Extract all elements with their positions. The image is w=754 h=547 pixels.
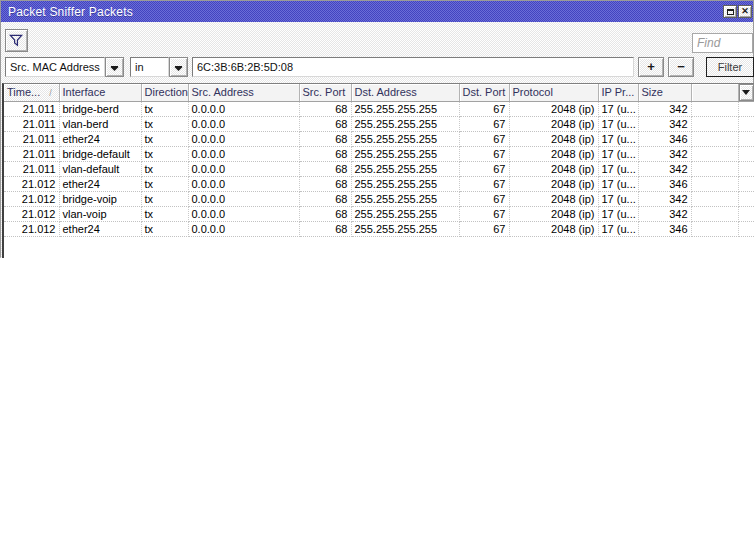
column-select-button[interactable] [739, 84, 754, 101]
table-row[interactable]: 21.011 ether24 tx 0.0.0.0 68 255.255.255… [4, 131, 754, 146]
cell-end [738, 191, 754, 206]
cell-end [738, 116, 754, 131]
cell-filler [691, 206, 738, 221]
apply-filter-button[interactable]: Filter [706, 57, 754, 77]
table-row[interactable]: 21.011 bridge-berd tx 0.0.0.0 68 255.255… [4, 101, 754, 116]
column-header-src-port[interactable]: Src. Port [299, 84, 351, 101]
filter-value-input[interactable] [192, 57, 634, 77]
cell-dst-address: 255.255.255.255 [351, 191, 459, 206]
dropdown-arrow-icon [111, 66, 118, 67]
cell-end [738, 161, 754, 176]
cell-time: 21.011 [4, 146, 59, 161]
cell-dst-port: 67 [459, 161, 509, 176]
window-titlebar[interactable]: Packet Sniffer Packets ✕ [1, 1, 753, 22]
cell-end [738, 131, 754, 146]
table-row[interactable]: 21.011 bridge-default tx 0.0.0.0 68 255.… [4, 146, 754, 161]
cell-ip-protocol: 17 (u... [598, 206, 638, 221]
cell-filler [691, 131, 738, 146]
cell-dst-port: 67 [459, 116, 509, 131]
cell-ip-protocol: 17 (u... [598, 191, 638, 206]
cell-src-address: 0.0.0.0 [188, 176, 299, 191]
cell-protocol: 2048 (ip) [509, 176, 598, 191]
cell-dst-port: 67 [459, 131, 509, 146]
cell-time: 21.011 [4, 161, 59, 176]
cell-direction: tx [141, 161, 188, 176]
cell-protocol: 2048 (ip) [509, 191, 598, 206]
column-header-direction[interactable]: Direction [141, 84, 188, 101]
cell-interface: vlan-default [59, 161, 141, 176]
cell-interface: bridge-berd [59, 101, 141, 116]
column-header-dst-address[interactable]: Dst. Address [351, 84, 459, 101]
cell-size: 342 [638, 161, 691, 176]
cell-interface: ether24 [59, 131, 141, 146]
cell-time: 21.012 [4, 221, 59, 236]
cell-time: 21.011 [4, 131, 59, 146]
filter-toggle-button[interactable] [5, 29, 28, 52]
column-header-src-address[interactable]: Src. Address [188, 84, 299, 101]
cell-direction: tx [141, 131, 188, 146]
add-filter-button[interactable]: + [638, 57, 664, 77]
cell-time: 21.012 [4, 206, 59, 221]
column-header-size[interactable]: Size [638, 84, 691, 101]
cell-protocol: 2048 (ip) [509, 161, 598, 176]
cell-direction: tx [141, 191, 188, 206]
find-input[interactable] [692, 33, 753, 53]
cell-dst-port: 67 [459, 101, 509, 116]
remove-filter-button[interactable]: − [668, 57, 694, 77]
table-row[interactable]: 21.012 ether24 tx 0.0.0.0 68 255.255.255… [4, 221, 754, 236]
cell-size: 346 [638, 221, 691, 236]
filter-field-dropdown-button[interactable] [105, 57, 124, 77]
cell-end [738, 221, 754, 236]
cell-end [738, 146, 754, 161]
cell-direction: tx [141, 206, 188, 221]
cell-end [738, 176, 754, 191]
cell-filler [691, 146, 738, 161]
table-body: 21.011 bridge-berd tx 0.0.0.0 68 255.255… [4, 101, 754, 236]
cell-ip-protocol: 17 (u... [598, 161, 638, 176]
filter-field-select[interactable]: Src. MAC Address [5, 57, 105, 77]
cell-dst-address: 255.255.255.255 [351, 176, 459, 191]
cell-size: 342 [638, 191, 691, 206]
filter-operator-select[interactable]: in [130, 57, 169, 77]
restore-button[interactable] [723, 5, 737, 18]
cell-dst-port: 67 [459, 221, 509, 236]
cell-dst-port: 67 [459, 176, 509, 191]
column-header-dst-port[interactable]: Dst. Port [459, 84, 509, 101]
cell-ip-protocol: 17 (u... [598, 176, 638, 191]
cell-dst-port: 67 [459, 191, 509, 206]
cell-dst-address: 255.255.255.255 [351, 206, 459, 221]
column-header-ip-protocol[interactable]: IP Pr... [598, 84, 638, 101]
cell-filler [691, 176, 738, 191]
cell-src-port: 68 [299, 146, 351, 161]
cell-direction: tx [141, 116, 188, 131]
cell-src-port: 68 [299, 161, 351, 176]
cell-ip-protocol: 17 (u... [598, 101, 638, 116]
column-header-interface[interactable]: Interface [59, 84, 141, 101]
cell-interface: bridge-voip [59, 191, 141, 206]
cell-interface: vlan-berd [59, 116, 141, 131]
column-header-time[interactable]: Time.../ [4, 84, 59, 101]
table-row[interactable]: 21.012 bridge-voip tx 0.0.0.0 68 255.255… [4, 191, 754, 206]
column-header-protocol[interactable]: Protocol [509, 84, 598, 101]
restore-icon [727, 9, 734, 15]
cell-dst-address: 255.255.255.255 [351, 101, 459, 116]
close-icon: ✕ [741, 7, 749, 16]
table-row[interactable]: 21.012 vlan-voip tx 0.0.0.0 68 255.255.2… [4, 206, 754, 221]
cell-ip-protocol: 17 (u... [598, 221, 638, 236]
close-button[interactable]: ✕ [738, 5, 752, 18]
cell-src-port: 68 [299, 116, 351, 131]
cell-time: 21.012 [4, 176, 59, 191]
cell-dst-address: 255.255.255.255 [351, 116, 459, 131]
table-row[interactable]: 21.011 vlan-default tx 0.0.0.0 68 255.25… [4, 161, 754, 176]
column-header-selector [738, 84, 754, 101]
filter-operator-dropdown-button[interactable] [169, 57, 188, 77]
packet-table: Time.../ Interface Direction Src. Addres… [4, 84, 754, 237]
table-row[interactable]: 21.011 vlan-berd tx 0.0.0.0 68 255.255.2… [4, 116, 754, 131]
cell-dst-address: 255.255.255.255 [351, 161, 459, 176]
cell-size: 346 [638, 131, 691, 146]
cell-time: 21.011 [4, 101, 59, 116]
window-title: Packet Sniffer Packets [8, 5, 133, 19]
cell-end [738, 101, 754, 116]
screen-background: Packet Sniffer Packets ✕ Src. MAC Addres… [0, 0, 754, 547]
table-row[interactable]: 21.012 ether24 tx 0.0.0.0 68 255.255.255… [4, 176, 754, 191]
